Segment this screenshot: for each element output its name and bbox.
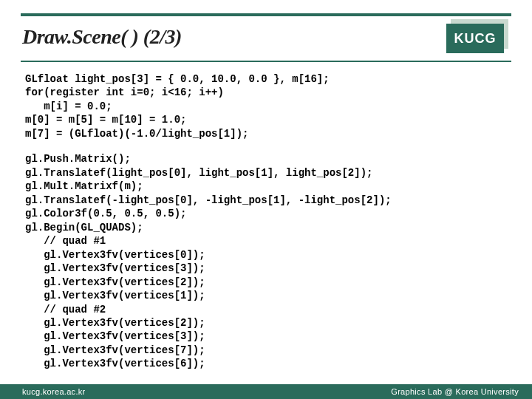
title-bar: Draw.Scene( ) (2/3) KUCG	[21, 13, 511, 62]
code-block-1: GLfloat light_pos[3] = { 0.0, 10.0, 0.0 …	[25, 72, 507, 140]
badge: KUCG	[445, 21, 511, 53]
code-block-2: gl.Push.Matrix(); gl.Translatef(light_po…	[25, 152, 507, 371]
badge-label: KUCG	[446, 24, 504, 53]
slide-title: Draw.Scene( ) (2/3)	[21, 25, 182, 49]
footer-url: kucg.korea.ac.kr	[22, 387, 86, 396]
footer: kucg.korea.ac.kr Graphics Lab @ Korea Un…	[0, 384, 532, 399]
footer-credit: Graphics Lab @ Korea University	[391, 387, 519, 396]
